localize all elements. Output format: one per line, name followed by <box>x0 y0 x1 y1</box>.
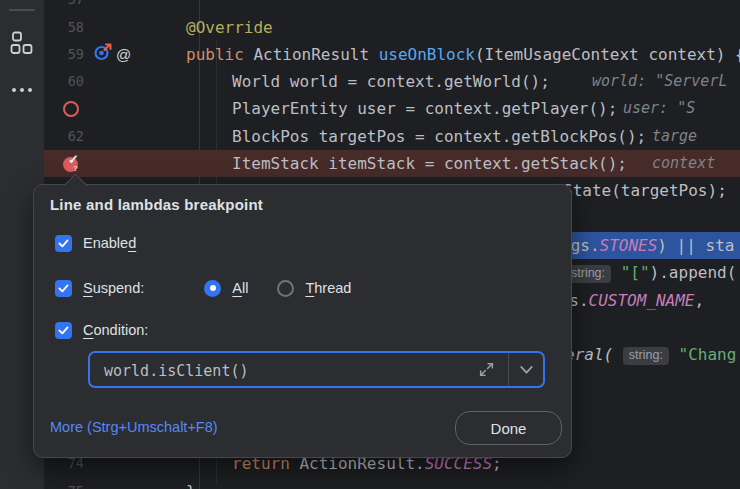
code-line[interactable]: 58@Override <box>0 14 740 41</box>
code-text: eral( string: "Chang <box>565 341 736 368</box>
suspend-thread-radio[interactable] <box>277 280 294 297</box>
code-text: public ActionResult useOnBlock(ItemUsage… <box>186 41 740 68</box>
code-text: pes.CUSTOM_NAME, <box>550 287 714 314</box>
code-token: ) || sta <box>657 236 734 255</box>
code-token <box>613 345 623 364</box>
dialog-title: Line and lambdas breakpoint <box>50 196 263 213</box>
suspend-all-radio[interactable] <box>204 280 221 297</box>
code-text: BlockPos targetPos = context.getBlockPos… <box>232 123 646 150</box>
enabled-row: Enabled <box>55 233 136 253</box>
code-text: World world = context.getWorld(); <box>232 68 550 95</box>
annotation-marker-icon[interactable]: @ <box>116 47 131 62</box>
enabled-label[interactable]: Enabled <box>83 235 136 251</box>
code-text: ags.STONES) || sta <box>561 232 734 259</box>
line-number[interactable]: 60 <box>44 68 84 95</box>
code-text: string: "[").append( <box>565 259 736 286</box>
code-token: State(targetPos); <box>563 181 727 200</box>
done-button[interactable]: Done <box>455 411 562 445</box>
enabled-checkbox[interactable] <box>55 235 72 252</box>
suspend-label[interactable]: Suspend: <box>83 280 144 296</box>
code-token: public <box>186 45 244 64</box>
inline-debug-hint: user: "S <box>623 95 695 122</box>
suspend-checkbox[interactable] <box>55 280 72 297</box>
condition-input[interactable] <box>102 353 446 388</box>
code-text: } <box>186 478 196 489</box>
code-token: "Chang <box>679 345 737 364</box>
line-number[interactable]: 75 <box>44 478 84 489</box>
code-token: @Override <box>186 18 273 37</box>
breakpoint-conditional-icon[interactable]: ✓? <box>63 155 81 173</box>
code-line[interactable]: 75} <box>0 478 740 489</box>
code-text: ItemStack itemStack = context.getStack()… <box>232 150 627 177</box>
code-token: BlockPos targetPos = context.getBlockPos… <box>232 127 646 146</box>
inline-debug-hint: targe <box>652 123 697 150</box>
line-number[interactable]: 59 <box>44 41 84 68</box>
code-line[interactable]: 59@public ActionResult useOnBlock(ItemUs… <box>0 41 740 68</box>
breakpoint-ring-icon[interactable] <box>63 101 79 117</box>
line-number[interactable]: 57 <box>44 0 84 14</box>
chevron-down-icon[interactable] <box>518 363 535 377</box>
code-token: , <box>695 291 714 310</box>
condition-input-wrapper <box>88 351 545 388</box>
more-settings-link[interactable]: More (Strg+Umschalt+F8) <box>50 419 218 435</box>
inline-debug-hint: world: "ServerL <box>592 68 727 95</box>
code-token: ).append( <box>650 263 737 282</box>
code-token: useOnBlock <box>379 45 475 64</box>
code-line[interactable]: ✓?contextItemStack itemStack = context.g… <box>0 150 740 177</box>
code-token: ActionResult <box>244 45 379 64</box>
inline-debug-hint: context <box>652 150 715 177</box>
ide-window: 5758@Override59@public ActionResult useO… <box>0 0 740 489</box>
code-line[interactable]: 60world: "ServerLWorld world = context.g… <box>0 68 740 95</box>
condition-checkbox[interactable] <box>55 322 72 339</box>
condition-row: Condition: <box>55 320 148 340</box>
line-number[interactable]: 58 <box>44 14 84 41</box>
code-token: "[" <box>621 263 650 282</box>
code-token: PlayerEntity user = context.getPlayer(); <box>232 99 617 118</box>
overrides-marker-icon[interactable] <box>93 42 113 66</box>
code-token: World world = context.getWorld(); <box>232 72 550 91</box>
code-token: STONES <box>600 236 658 255</box>
expand-editor-icon[interactable] <box>478 361 495 378</box>
suspend-thread-label[interactable]: Thread <box>305 280 351 296</box>
condition-label[interactable]: Condition: <box>83 322 148 338</box>
code-token: eral( <box>565 345 613 364</box>
code-token <box>611 263 621 282</box>
code-token: ItemStack itemStack = context.getStack()… <box>232 154 627 173</box>
input-divider <box>508 353 509 386</box>
suspend-row: Suspend: All Thread <box>55 278 351 298</box>
code-text: State(targetPos); <box>563 177 727 204</box>
code-token: } <box>186 482 196 489</box>
code-token: CUSTOM_NAME <box>589 291 695 310</box>
line-number[interactable]: 62 <box>44 123 84 150</box>
code-token: (ItemUsageContext context) { <box>475 45 740 64</box>
suspend-all-label[interactable]: All <box>232 280 248 296</box>
code-text: @Override <box>186 14 273 41</box>
breakpoint-dialog: Line and lambdas breakpoint Enabled Susp… <box>33 184 572 458</box>
code-token <box>669 345 679 364</box>
code-line[interactable]: user: "SPlayerEntity user = context.getP… <box>0 95 740 122</box>
parameter-hint-chip: string: <box>623 347 669 365</box>
code-line[interactable]: 62targeBlockPos targetPos = context.getB… <box>0 123 740 150</box>
code-text: PlayerEntity user = context.getPlayer(); <box>232 95 617 122</box>
code-line[interactable]: 57 <box>0 0 740 14</box>
